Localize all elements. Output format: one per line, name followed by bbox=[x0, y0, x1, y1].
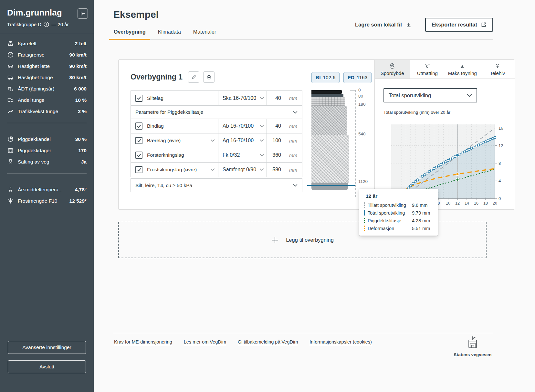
piggdekk-parameters-row[interactable]: Parametre for Piggdekkslitasje bbox=[131, 105, 302, 119]
sidebar-item-arsmiddeltemperatur: Årsmiddeltempera... 4,78° bbox=[7, 184, 87, 195]
total-series-chip bbox=[364, 210, 365, 216]
sidebar-item-adt: ÅDT (åpningsår) 6 000 bbox=[7, 83, 87, 94]
forsterkningslag-checkbox[interactable] bbox=[135, 152, 142, 159]
table-row-frostsikringslag: Frostsikringslag (øvre) Samfengt 0/90 58… bbox=[131, 162, 302, 177]
table-row-forsterkningslag: Forsterkningslag Fk 0/32 360 mm bbox=[131, 148, 302, 162]
svg-text:16: 16 bbox=[474, 201, 478, 206]
layer-baerelag bbox=[311, 97, 345, 106]
sidebar-parameters-winter: Piggdekkandel 30 % Piggdekkdager 170 Sal… bbox=[0, 129, 94, 167]
bindlag-checkbox[interactable] bbox=[135, 122, 142, 130]
slitelag-thickness-input[interactable]: 40 bbox=[267, 91, 285, 105]
tab-materialer[interactable]: Materialer bbox=[193, 28, 217, 39]
forsterkningslag-thickness-input[interactable]: 360 bbox=[267, 148, 285, 162]
tab-spordybde[interactable]: Spordybde bbox=[375, 60, 410, 79]
sidebar-header: Dim.grunnlag Trafikkgruppe D — 20 år bbox=[0, 0, 94, 33]
export-result-button[interactable]: Eksporter resultat bbox=[425, 18, 493, 32]
baerelag-thickness-input[interactable]: 100 bbox=[267, 133, 285, 148]
frostsikringslag-thickness-input[interactable]: 580 bbox=[267, 163, 285, 177]
pie-chart-icon bbox=[7, 136, 14, 143]
baerelag-checkbox[interactable] bbox=[135, 137, 142, 144]
layer-bindlag bbox=[311, 94, 343, 97]
frostsikringslag-material-select[interactable]: Samfengt 0/90 bbox=[218, 163, 267, 177]
statens-vegvesen-brand: Statens vegvesen bbox=[454, 335, 492, 357]
car-icon bbox=[7, 63, 14, 69]
baerelag-material-select[interactable]: Ag 16-70/100 bbox=[218, 133, 267, 148]
overbygning-card: Overbygning 1 BI 102.6 FD 1163 bbox=[118, 59, 515, 210]
brand-name: Statens vegvesen bbox=[454, 352, 492, 357]
footer-divider bbox=[113, 333, 493, 333]
quit-button[interactable]: Avslutt bbox=[8, 360, 86, 373]
chart-tooltip: 12 år Tillatt sporutvikling 9.6 mm Total… bbox=[359, 189, 438, 236]
layer-frostsikringslag bbox=[311, 135, 349, 183]
vegdim-app: Dim.grunnlag Trafikkgruppe D — 20 år Kjø… bbox=[0, 0, 535, 392]
result-metric-select[interactable]: Total sporutvikling bbox=[383, 88, 477, 102]
strain-down-icon bbox=[459, 63, 466, 69]
truck-icon bbox=[7, 97, 14, 103]
footer-link-krav[interactable]: Krav for ME-dimensjonering bbox=[114, 339, 172, 344]
slitelag-checkbox[interactable] bbox=[135, 95, 142, 102]
footer-link-les-mer[interactable]: Les mer om VegDim bbox=[184, 339, 226, 344]
trash-icon bbox=[206, 75, 212, 80]
tab-utmatting[interactable]: Utmatting bbox=[410, 60, 445, 79]
tab-klimadata[interactable]: Klimadata bbox=[157, 28, 182, 39]
fatigue-crack-icon bbox=[424, 63, 431, 69]
undergrunn-row[interactable]: Silt, leire, T4, cu ≥ 50 kPa bbox=[131, 178, 302, 192]
tooltip-row-piggdekk: Piggdekkslitasje 4.28 mm bbox=[364, 218, 432, 223]
tillatt-series-chip bbox=[364, 202, 365, 208]
external-link-icon bbox=[481, 22, 487, 27]
sidebar-item-hastighet-lette: Hastighet lette 90 km/t bbox=[7, 60, 87, 72]
groundwater-line bbox=[307, 185, 355, 186]
slitelag-material-select[interactable]: Ska 16-70/100 bbox=[218, 91, 267, 105]
chevron-down-icon[interactable] bbox=[211, 168, 215, 171]
layer-slitelag bbox=[311, 90, 342, 94]
svg-text:16: 16 bbox=[498, 126, 503, 131]
chevron-down-icon bbox=[293, 184, 298, 187]
download-icon bbox=[406, 22, 412, 28]
bindlag-material-select[interactable]: Ab 16-70/100 bbox=[218, 119, 267, 133]
advanced-settings-button[interactable]: Avanserte innstillinger bbox=[8, 341, 86, 354]
salt-icon bbox=[7, 159, 14, 165]
sidebar-item-kjorefelt: Kjørefelt 2 felt bbox=[7, 38, 87, 49]
forsterkningslag-material-select[interactable]: Fk 0/32 bbox=[218, 148, 267, 162]
results-panel: Spordybde Utmatting Maks tøyning Telehiv… bbox=[374, 60, 515, 209]
tooltip-row-deformasjon: Deformasjon 5.51 mm bbox=[364, 226, 432, 231]
frostsikringslag-checkbox[interactable] bbox=[135, 166, 142, 173]
depth-label: 180 bbox=[358, 102, 366, 107]
sidebar-parameters-climate: Årsmiddeltempera... 4,78° Frostmengde F1… bbox=[0, 179, 94, 207]
save-local-file-button[interactable]: Lagre som lokal fil bbox=[355, 22, 412, 28]
footer-link-cookies[interactable]: Informasjonskapsler (cookies) bbox=[309, 339, 372, 344]
pencil-icon bbox=[191, 75, 196, 80]
depth-label: 0 bbox=[358, 88, 361, 92]
tire-icon bbox=[389, 63, 395, 69]
sidebar-divider bbox=[7, 123, 87, 123]
sidebar-collapse-button[interactable] bbox=[78, 8, 88, 19]
fd-badge[interactable]: FD 1163 bbox=[343, 72, 372, 83]
statens-vegvesen-logo bbox=[454, 335, 492, 350]
sidebar-item-piggdekkdager: Piggdekkdager 170 bbox=[7, 145, 87, 156]
chevron-down-icon bbox=[467, 94, 472, 97]
period-label: — 20 år bbox=[51, 22, 68, 27]
tab-maks-toyning[interactable]: Maks tøyning bbox=[445, 60, 480, 79]
plus-icon bbox=[271, 236, 279, 244]
bindlag-thickness-input[interactable]: 40 bbox=[267, 119, 285, 133]
chart-title: Total sporutvikling (mm) over 20 år bbox=[383, 110, 450, 115]
delete-button[interactable] bbox=[203, 71, 215, 83]
deformasjon-series-chip bbox=[364, 226, 365, 231]
edit-button[interactable] bbox=[188, 71, 199, 83]
header-actions: Lagre som lokal fil Eksporter resultat bbox=[355, 18, 493, 32]
svg-text:0: 0 bbox=[498, 196, 501, 201]
tab-telehiv[interactable]: Telehiv bbox=[480, 60, 515, 79]
truck-icon bbox=[7, 74, 14, 81]
info-icon[interactable] bbox=[44, 22, 49, 27]
speedometer-icon bbox=[7, 52, 14, 58]
sidebar-subtitle: Trafikkgruppe D — 20 år bbox=[7, 22, 87, 27]
piggdekk-series-chip bbox=[364, 218, 365, 223]
traffic-group-label: Trafikkgruppe D bbox=[7, 22, 41, 27]
bi-badge[interactable]: BI 102.6 bbox=[311, 72, 340, 83]
footer-link-tilbakemelding[interactable]: Gi tilbakemelding på VegDim bbox=[238, 339, 298, 344]
tooltip-year: 12 år bbox=[366, 193, 432, 199]
sidebar-divider bbox=[7, 173, 87, 174]
footer-links: Krav for ME-dimensjonering Les mer om Ve… bbox=[114, 339, 372, 344]
tab-overbygning[interactable]: Overbygning bbox=[113, 28, 146, 39]
chevron-down-icon[interactable] bbox=[211, 139, 215, 142]
